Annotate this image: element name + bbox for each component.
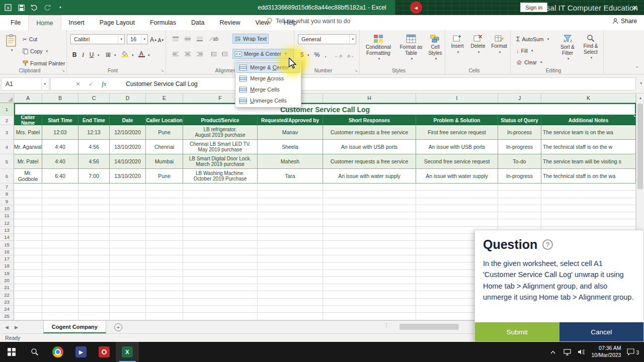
empty-cell[interactable] [78,184,110,191]
empty-cell[interactable] [541,184,636,191]
empty-cell[interactable] [146,248,183,255]
empty-cell[interactable] [498,205,541,212]
currency-button[interactable]: $ [298,49,305,60]
empty-cell[interactable] [146,184,183,191]
empty-cell[interactable] [323,284,416,291]
action-center-button[interactable]: 3 [627,348,639,355]
empty-cell[interactable] [258,219,323,226]
menu-item-unmerge-cells[interactable]: Unmerge Cells [236,95,300,106]
table-cell[interactable]: 4:56 [78,154,110,169]
column-header-I[interactable]: I [416,94,498,103]
tab-home[interactable]: Home [28,15,61,30]
empty-cell[interactable] [183,241,258,248]
table-cell[interactable]: Pune [146,125,183,140]
empty-cell[interactable] [110,205,146,212]
table-header-cell[interactable]: Problem & Solution [416,116,498,125]
empty-cell[interactable] [183,234,258,241]
empty-cell[interactable] [323,270,416,277]
align-bottom-icon[interactable] [194,34,205,44]
empty-cell[interactable] [146,306,183,313]
empty-cell[interactable] [110,212,146,219]
excel-taskbar-icon[interactable]: X [116,342,139,362]
collapse-ribbon-icon[interactable]: ⌃ [635,66,639,71]
empty-cell[interactable] [146,277,183,284]
empty-cell[interactable] [78,277,110,284]
empty-cell[interactable] [42,184,78,191]
empty-cell[interactable] [146,255,183,262]
empty-cell[interactable] [14,248,42,255]
empty-cell[interactable] [323,227,416,234]
paste-button[interactable]: ▾ [3,34,19,52]
empty-cell[interactable] [42,262,78,269]
font-dialog-launcher[interactable]: ↘ [160,68,164,73]
empty-cell[interactable] [183,299,258,306]
empty-cell[interactable] [146,234,183,241]
table-cell[interactable]: Sheela [258,140,323,154]
table-header-cell[interactable]: Caller Name [14,116,42,125]
empty-cell[interactable] [14,255,42,262]
screen-recorder-taskbar-icon[interactable] [93,342,116,362]
name-box[interactable]: A1▾ [1,77,49,90]
empty-cell[interactable] [183,184,258,191]
menu-item-merge-across[interactable]: Merge Across [236,73,300,84]
empty-cell[interactable] [110,299,146,306]
table-cell[interactable]: Customer requests a free service [323,125,416,140]
empty-cell[interactable] [14,270,42,277]
empty-cell[interactable] [146,313,183,320]
horizontal-scroll-thumb[interactable] [399,324,459,330]
new-sheet-button[interactable]: + [114,323,122,331]
merge-center-dropdown-icon[interactable]: ▾ [285,52,287,56]
empty-cell[interactable] [78,198,110,205]
align-center-icon[interactable] [182,49,193,59]
decrease-decimal-button[interactable]: .0→ [345,50,356,61]
customize-toolbar-icon[interactable]: ▾ [56,4,64,12]
empty-cell[interactable] [416,212,498,219]
table-cell[interactable]: In-progress [498,169,541,184]
empty-cell[interactable] [42,241,78,248]
empty-cell[interactable] [110,234,146,241]
table-cell[interactable]: First free service request [416,125,498,140]
row-header-18[interactable]: 18 [0,262,14,269]
row-header-1[interactable]: 1 [0,103,14,116]
empty-cell[interactable] [78,306,110,313]
empty-cell[interactable] [258,227,323,234]
empty-cell[interactable] [78,205,110,212]
empty-cell[interactable] [183,270,258,277]
table-cell[interactable]: The service team is on the wa [541,125,636,140]
hidden-icons-chevron[interactable] [549,348,557,356]
empty-cell[interactable] [416,198,498,205]
column-header-B[interactable]: B [42,94,78,103]
autosum-button[interactable]: ΣAutoSum▾ [515,34,550,44]
borders-dropdown-icon[interactable]: ▾ [114,53,116,57]
empty-cell[interactable] [146,241,183,248]
increase-font-icon[interactable]: A▲ [149,34,157,45]
column-header-D[interactable]: D [110,94,146,103]
empty-cell[interactable] [78,219,110,226]
bold-button[interactable]: B [71,49,78,60]
table-cell[interactable]: An issue with water supply [416,169,498,184]
table-header-cell[interactable]: Additional Notes [541,116,636,125]
number-dialog-launcher[interactable]: ↘ [354,68,358,73]
table-cell[interactable]: 13/10/2020 [110,169,146,184]
empty-cell[interactable] [78,299,110,306]
empty-cell[interactable] [146,284,183,291]
table-cell[interactable]: An issue with USB ports [323,140,416,154]
submit-button[interactable]: Submit [475,322,559,341]
table-cell[interactable]: 12:13 [78,125,110,140]
row-header-25[interactable]: 25 [0,313,14,320]
fill-button[interactable]: ↓Fill▾ [515,46,534,56]
empty-cell[interactable] [42,284,78,291]
empty-cell[interactable] [14,198,42,205]
empty-cell[interactable] [183,227,258,234]
empty-cell[interactable] [110,277,146,284]
tab-review[interactable]: Review [212,15,248,30]
table-header-cell[interactable]: Requested/Approved by [258,116,323,125]
tab-page-layout[interactable]: Page Layout [92,15,142,30]
empty-cell[interactable] [146,291,183,298]
menu-item-merge-cells[interactable]: Merge Cells [236,84,300,95]
row-header-15[interactable]: 15 [0,241,14,248]
table-cell[interactable]: LB Smart Digital Door Lock. March 2019 p… [183,154,258,169]
number-format-select[interactable]: General▾ [298,34,356,44]
row-header-7[interactable]: 7 [0,184,14,191]
vertical-scroll-thumb[interactable] [637,104,643,189]
